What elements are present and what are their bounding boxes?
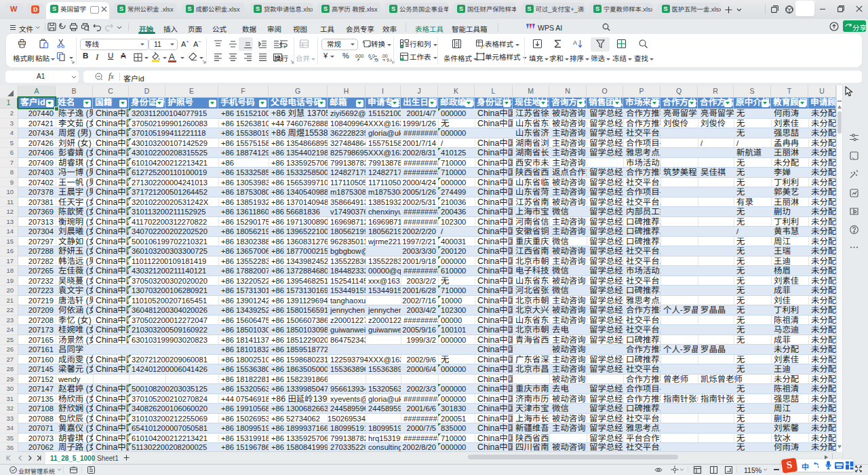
svg-text:A: A — [573, 39, 577, 46]
svg-text:.00: .00 — [374, 58, 378, 62]
svg-text:000: 000 — [355, 53, 364, 59]
